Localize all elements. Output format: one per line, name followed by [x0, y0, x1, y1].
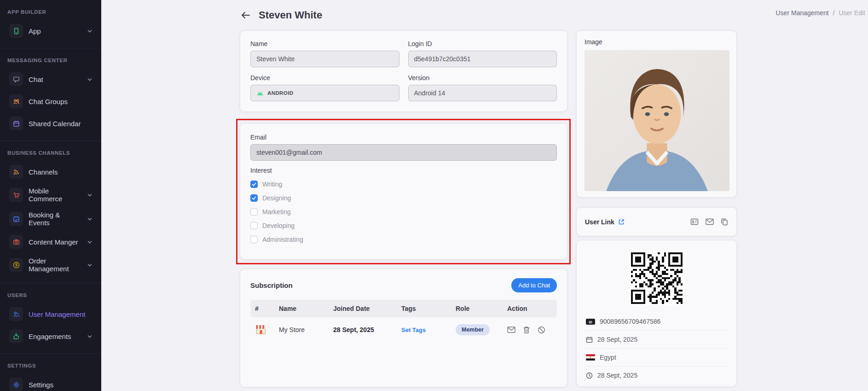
sidebar-item-app[interactable]: App — [3, 20, 98, 41]
back-arrow-icon[interactable] — [240, 9, 252, 21]
subscription-table: # Name Joined Date Tags Role Action My S… — [250, 300, 557, 342]
add-to-chat-button[interactable]: Add to Chat — [511, 278, 557, 292]
sidebar-section-app-builder: APP BUILDER App — [0, 0, 101, 44]
interest-option-marketing[interactable]: Marketing — [250, 208, 557, 216]
sidebar-item-label: Content Manger — [29, 238, 78, 246]
interest-option-label: Designing — [262, 194, 291, 202]
col-number: # — [255, 305, 279, 312]
col-role: Role — [456, 305, 507, 312]
email-input[interactable] — [250, 144, 557, 161]
clock-icon — [586, 372, 593, 379]
qr-code — [629, 251, 684, 305]
name-input[interactable] — [250, 51, 399, 67]
delete-action-icon[interactable] — [523, 326, 530, 334]
sidebar-item-user-management[interactable]: User Management — [3, 303, 98, 325]
chat-groups-icon — [9, 94, 23, 108]
user-link-label: User Link — [585, 218, 614, 226]
sidebar-item-channels[interactable]: Channels — [3, 161, 98, 182]
version-label: Version — [408, 74, 557, 82]
interest-option-developing[interactable]: Developing — [250, 222, 557, 229]
image-label: Image — [584, 38, 729, 46]
checkbox-icon[interactable] — [250, 222, 258, 229]
sidebar-section-messaging: MESSAGING CENTER Chat Chat Groups Shared… — [0, 48, 101, 137]
chevron-down-icon — [87, 78, 92, 81]
sidebar-item-engagements[interactable]: Engagements — [3, 326, 98, 347]
sidebar-item-label: User Management — [29, 310, 85, 318]
country-row: Egypt — [584, 348, 729, 366]
page-title: Steven White — [259, 9, 322, 21]
sidebar-item-order-management[interactable]: $ Order Management — [3, 253, 98, 276]
calendar-icon — [586, 336, 593, 343]
row-actions — [507, 326, 552, 334]
interest-option-designing[interactable]: Designing — [250, 194, 557, 202]
device-input[interactable]: ANDROID — [250, 85, 399, 101]
sidebar-item-chat-groups[interactable]: Chat Groups — [3, 91, 98, 112]
breadcrumb-parent[interactable]: User Management — [776, 9, 829, 17]
sidebar-item-label: Order Management — [29, 257, 82, 273]
sidebar: APP BUILDER App MESSAGING CENTER Chat Ch… — [0, 0, 101, 391]
set-tags-link[interactable]: Set Tags — [401, 327, 456, 333]
user-id-value: 90089656709467586 — [600, 318, 660, 325]
col-tags: Tags — [401, 305, 456, 312]
user-id-row: ID 90089656709467586 — [584, 313, 729, 330]
chevron-down-icon — [87, 29, 92, 33]
checkbox-icon[interactable] — [250, 194, 258, 202]
login-id-input[interactable] — [408, 51, 557, 67]
email-action-icon[interactable] — [507, 326, 515, 333]
interest-option-administrating[interactable]: Administrating — [250, 236, 557, 243]
calendar-icon — [9, 117, 23, 130]
sidebar-section-settings: SETTINGS Settings — [0, 353, 101, 391]
copy-icon[interactable] — [721, 218, 728, 226]
name-label: Name — [250, 40, 399, 47]
user-link-card: User Link — [576, 207, 737, 236]
sidebar-item-label: Chat Groups — [29, 98, 68, 105]
sidebar-item-mobile-commerce[interactable]: Mobile Commerce — [3, 183, 98, 206]
sidebar-item-label: App — [29, 27, 41, 35]
booking-icon — [9, 212, 23, 226]
checkbox-icon[interactable] — [250, 181, 258, 188]
name-field-group: Name — [250, 40, 399, 67]
chevron-down-icon — [87, 240, 92, 244]
sidebar-item-settings[interactable]: Settings — [3, 374, 98, 391]
sidebar-item-label: Engagements — [29, 333, 71, 340]
email-interest-card: Email Interest Writing Designing Marketi… — [240, 123, 567, 260]
interest-option-label: Administrating — [262, 236, 303, 243]
sidebar-item-shared-calendar[interactable]: Shared Calendar — [3, 113, 98, 134]
block-action-icon[interactable] — [538, 326, 545, 334]
contact-card-icon[interactable] — [690, 218, 699, 226]
chevron-down-icon — [87, 263, 92, 267]
row-name: My Store — [279, 326, 333, 333]
external-link-icon[interactable] — [618, 219, 625, 225]
interest-option-writing[interactable]: Writing — [250, 181, 557, 188]
users-icon — [9, 307, 23, 321]
version-input[interactable] — [408, 85, 557, 101]
col-joined-date: Joined Date — [333, 305, 401, 312]
checkbox-icon[interactable] — [250, 208, 258, 216]
subscription-card: Subscription Add to Chat # Name Joined D… — [240, 268, 567, 387]
rss-icon — [9, 165, 23, 179]
sidebar-item-label: Settings — [29, 381, 53, 389]
device-label: Device — [250, 74, 399, 82]
user-photo — [584, 50, 729, 191]
login-id-label: Login ID — [408, 40, 557, 47]
sidebar-item-chat[interactable]: Chat — [3, 69, 98, 90]
user-details-card: ID 90089656709467586 28 Sept, 2025 Egypt… — [576, 240, 737, 387]
interest-option-label: Developing — [262, 222, 295, 229]
table-header: # Name Joined Date Tags Role Action — [250, 300, 557, 317]
sidebar-item-label: Channels — [29, 168, 58, 176]
dollar-icon: $ — [9, 258, 23, 272]
page-header: Steven White — [240, 9, 322, 21]
checkbox-icon[interactable] — [250, 236, 258, 243]
sidebar-section-users: USERS User Management Engagements — [0, 283, 101, 350]
row-joined-date: 28 Sept, 2025 — [333, 326, 401, 333]
section-title: BUSINESS CHANNELS — [0, 147, 101, 160]
interest-option-label: Writing — [262, 181, 282, 188]
sidebar-item-content-manager[interactable]: Content Manger — [3, 231, 98, 252]
send-email-icon[interactable] — [706, 218, 714, 225]
sidebar-item-booking-events[interactable]: Booking & Events — [3, 207, 98, 230]
email-label: Email — [250, 134, 557, 141]
login-id-field-group: Login ID — [408, 40, 557, 67]
joined-date-value: 28 Sept, 2025 — [597, 336, 637, 343]
sidebar-section-business: BUSINESS CHANNELS Channels Mobile Commer… — [0, 140, 101, 279]
interest-option-label: Marketing — [262, 208, 290, 216]
